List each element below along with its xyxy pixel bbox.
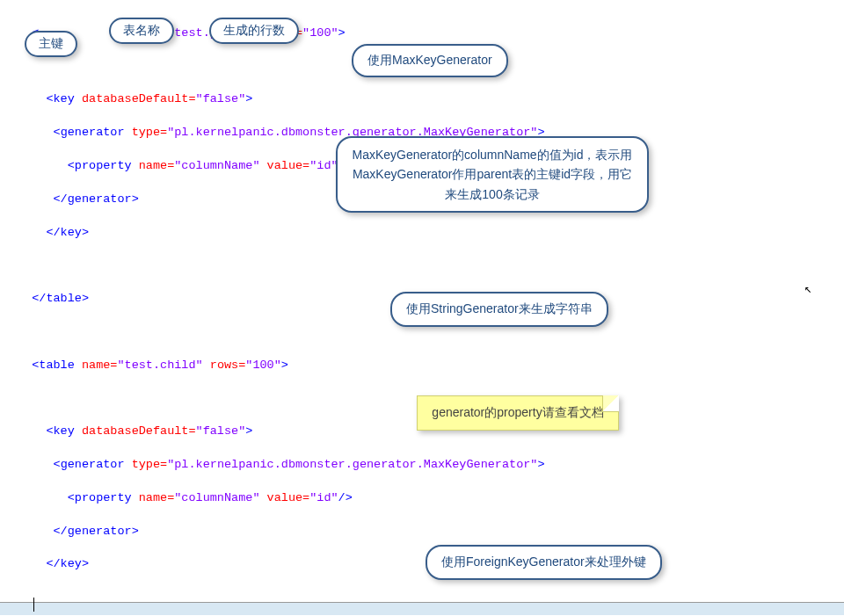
callout-use-maxkey: 使用MaxKeyGenerator (352, 44, 508, 77)
text-cursor (33, 598, 34, 612)
cursor-icon: ↖ (804, 281, 811, 295)
code-line (18, 257, 826, 274)
label-table-name: 表名称 (109, 18, 174, 44)
code-line: <generator type="pl.kernelpanic.dbmonste… (18, 457, 826, 474)
code-line: </generator> (18, 524, 826, 540)
sticky-fold-icon (602, 395, 619, 412)
callout-use-stringgen: 使用StringGenerator来生成字符串 (390, 292, 608, 327)
callout-use-foreignkey: 使用ForeignKeyGenerator来处理外键 (426, 545, 662, 580)
code-line: </key> (18, 556, 826, 573)
editor-footer-bar (0, 602, 844, 615)
code-line: <table name="test.child" rows="100"> (18, 358, 826, 374)
callout-maxkey-explain: MaxKeyGenerator的columnName的值为id，表示用MaxKe… (336, 136, 649, 213)
code-line: </key> (18, 225, 826, 242)
sticky-note: generator的property请查看文档 (417, 395, 619, 431)
label-row-count: 生成的行数 (209, 18, 299, 44)
code-line: <key databaseDefault="false"> (18, 91, 826, 108)
label-primary-key: 主键 (25, 31, 77, 57)
code-line (18, 324, 826, 341)
code-line: <property name="columnName" value="id"/> (18, 490, 826, 507)
